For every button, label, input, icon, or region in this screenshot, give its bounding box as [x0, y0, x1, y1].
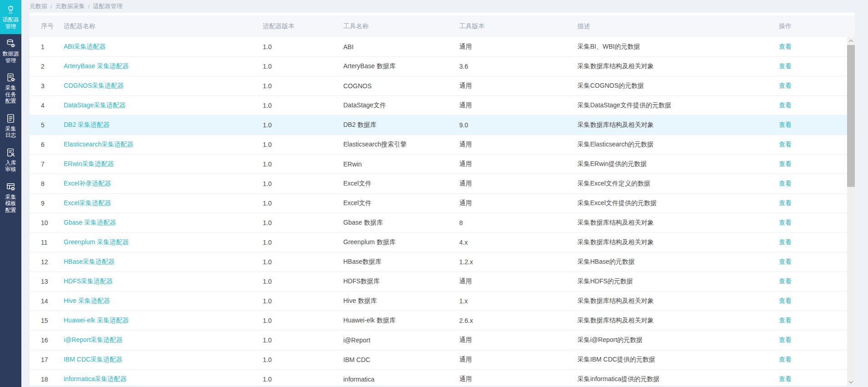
column-header: 描述 [577, 22, 779, 30]
table-row: 17 IBM CDC采集适配器 1.0 IBM CDC 通用 采集IBM CDC… [30, 350, 855, 370]
sidebar-item-collection-template-config[interactable]: 采集模板配置 [0, 177, 21, 218]
cell-adapter-version: 1.0 [263, 121, 343, 129]
cell-tool-version: 通用 [459, 356, 577, 364]
sidebar-item-storage-audit[interactable]: 入库审核 [0, 143, 21, 177]
template-gear-icon [5, 181, 16, 192]
sidebar-item-adapter-management[interactable]: 适配器管理 [0, 0, 21, 34]
table-row: 11 Greenplum 采集适配器 1.0 Greenplum 数据库 4.x… [30, 233, 855, 252]
chevron-up-icon [849, 40, 853, 44]
adapter-name-link[interactable]: IBM CDC采集适配器 [64, 356, 122, 363]
adapter-name-link[interactable]: Huawei-elk 采集适配器 [64, 317, 129, 324]
cell-index: 12 [41, 258, 64, 266]
view-action-link[interactable]: 查看 [779, 277, 792, 285]
view-action-link[interactable]: 查看 [779, 180, 792, 187]
view-action-link[interactable]: 查看 [779, 82, 792, 89]
doc-person-icon [5, 147, 16, 158]
view-action-link[interactable]: 查看 [779, 199, 792, 206]
table-scrollbar[interactable] [847, 37, 855, 386]
table-row: 16 i@Report采集适配器 1.0 i@Report 通用 采集i@Rep… [30, 331, 855, 350]
table-header-row: 序号适配器名称适配器版本工具名称工具版本描述操作 [30, 15, 855, 37]
adapter-name-link[interactable]: Elasticsearch采集适配器 [64, 141, 133, 148]
view-action-link[interactable]: 查看 [779, 141, 792, 148]
cell-tool-version: 通用 [459, 180, 577, 188]
cell-tool-name: Gbase 数据库 [343, 219, 459, 227]
view-action-link[interactable]: 查看 [779, 121, 792, 128]
adapter-name-link[interactable]: informatica采集适配器 [64, 375, 126, 382]
breadcrumb: 元数据/元数据采集/适配器管理 [21, 0, 868, 13]
cell-adapter-name: Excel采集适配器 [64, 199, 263, 207]
view-action-link[interactable]: 查看 [779, 219, 792, 226]
cell-description: 采集数据库结构及相关对象 [577, 238, 779, 246]
cell-action: 查看 [779, 258, 855, 266]
cell-action: 查看 [779, 160, 855, 168]
view-action-link[interactable]: 查看 [779, 317, 792, 324]
table-row: 10 Gbase 采集适配器 1.0 Gbase 数据库 8 采集数据库结构及相… [30, 213, 855, 233]
adapter-name-link[interactable]: ABI采集适配器 [64, 43, 106, 50]
adapter-name-link[interactable]: COGNOS采集适配器 [64, 82, 124, 89]
adapter-name-link[interactable]: Excel采集适配器 [64, 199, 111, 206]
cell-action: 查看 [779, 180, 855, 188]
scrollbar-up-button[interactable] [847, 37, 855, 45]
cell-tool-name: COGNOS [343, 82, 459, 90]
view-action-link[interactable]: 查看 [779, 375, 792, 382]
cell-adapter-version: 1.0 [263, 239, 343, 246]
sidebar-item-datasource-management[interactable]: 数据源管理 [0, 34, 21, 68]
adapter-name-link[interactable]: Greenplum 采集适配器 [64, 238, 129, 246]
cell-index: 13 [41, 278, 64, 285]
scrollbar-thumb[interactable] [847, 45, 855, 187]
cell-tool-name: ArteryBase 数据库 [343, 62, 459, 70]
adapter-name-link[interactable]: ArteryBase 采集适配器 [64, 62, 129, 70]
table-body: 1 ABI采集适配器 1.0 ABI 通用 采集BI、WBI的元数据 查看 2 … [30, 37, 855, 386]
table-row: 3 COGNOS采集适配器 1.0 COGNOS 通用 采集COGNOS的元数据… [30, 76, 855, 96]
cell-tool-name: Hive 数据库 [343, 297, 459, 305]
view-action-link[interactable]: 查看 [779, 43, 792, 50]
view-action-link[interactable]: 查看 [779, 297, 792, 304]
cell-adapter-name: Greenplum 采集适配器 [64, 238, 263, 246]
cell-tool-version: 通用 [459, 336, 577, 344]
cell-tool-name: ERwin [343, 161, 459, 168]
cell-tool-name: Huawei-elk 数据库 [343, 317, 459, 325]
breadcrumb-item[interactable]: 元数据 [30, 2, 47, 10]
cell-adapter-version: 1.0 [263, 161, 343, 168]
adapter-name-link[interactable]: Hive 采集适配器 [64, 297, 110, 304]
scrollbar-down-button[interactable] [847, 378, 855, 386]
adapter-name-link[interactable]: ERwin采集适配器 [64, 160, 114, 167]
cell-action: 查看 [779, 199, 855, 207]
view-action-link[interactable]: 查看 [779, 62, 792, 70]
adapter-name-link[interactable]: i@Report采集适配器 [64, 336, 122, 343]
adapter-name-link[interactable]: Excel补录适配器 [64, 180, 111, 187]
cell-tool-name: Elasticsearch搜索引擎 [343, 141, 459, 149]
cell-adapter-version: 1.0 [263, 278, 343, 285]
adapter-name-link[interactable]: HBase采集适配器 [64, 258, 115, 265]
adapter-name-link[interactable]: DB2 采集适配器 [64, 121, 110, 128]
sidebar-item-collection-task-config[interactable]: 采集任务配置 [0, 68, 21, 109]
adapter-name-link[interactable]: Gbase 采集适配器 [64, 219, 116, 226]
table-row: 14 Hive 采集适配器 1.0 Hive 数据库 1.x 采集数据库结构及相… [30, 292, 855, 311]
cell-index: 1 [41, 43, 64, 50]
column-header: 工具名称 [343, 22, 459, 30]
view-action-link[interactable]: 查看 [779, 336, 792, 343]
cell-tool-name: Greenplum 数据库 [343, 238, 459, 246]
view-action-link[interactable]: 查看 [779, 356, 792, 363]
adapter-name-link[interactable]: DataStage采集适配器 [64, 101, 125, 109]
breadcrumb-separator: / [50, 3, 52, 10]
view-action-link[interactable]: 查看 [779, 101, 792, 109]
table-row: 6 Elasticsearch采集适配器 1.0 Elasticsearch搜索… [30, 135, 855, 155]
cell-tool-name: Excel文件 [343, 199, 459, 207]
view-action-link[interactable]: 查看 [779, 160, 792, 167]
view-action-link[interactable]: 查看 [779, 238, 792, 246]
view-action-link[interactable]: 查看 [779, 258, 792, 265]
cell-index: 7 [41, 161, 64, 168]
cell-adapter-name: Gbase 采集适配器 [64, 219, 263, 227]
sidebar-item-collection-log[interactable]: 采集日志 [0, 109, 21, 143]
cell-adapter-version: 1.0 [263, 141, 343, 148]
cell-description: 采集Excel文件定义的数据 [577, 180, 779, 188]
cell-adapter-version: 1.0 [263, 258, 343, 266]
adapter-name-link[interactable]: HDFS采集适配器 [64, 277, 113, 285]
cell-description: 采集BI、WBI的元数据 [577, 43, 779, 51]
breadcrumb-item: 适配器管理 [93, 2, 122, 10]
table-row: 18 informatica采集适配器 1.0 informatica 通用 采… [30, 370, 855, 386]
cell-action: 查看 [779, 336, 855, 344]
breadcrumb-item[interactable]: 元数据采集 [55, 2, 85, 10]
cell-tool-name: informatica [343, 376, 459, 383]
